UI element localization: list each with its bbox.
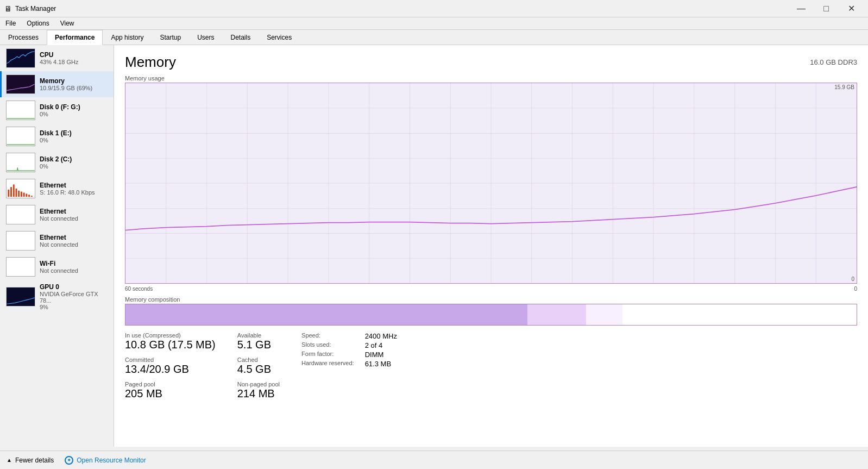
open-resource-monitor-link[interactable]: ✦ Open Resource Monitor: [65, 456, 146, 465]
ethernet0-info: Ethernet S: 16.0 R: 48.0 Kbps: [40, 182, 109, 196]
sidebar-item-gpu0[interactable]: GPU 0 NVIDIA GeForce GTX 78... 9%: [0, 280, 114, 314]
ethernet1-info: Ethernet Not connected: [40, 208, 109, 222]
wifi-label: Wi-Fi: [40, 260, 109, 267]
chevron-up-icon: ▲: [7, 457, 12, 463]
memory-label: Memory: [40, 77, 109, 85]
sidebar-item-cpu[interactable]: CPU 43% 4.18 GHz: [0, 45, 114, 71]
memory-thumbnail: [6, 74, 35, 94]
comp-used: [125, 304, 527, 325]
minimize-button[interactable]: —: [789, 0, 814, 17]
close-button[interactable]: ✕: [839, 0, 864, 17]
stat-cached-label: Cached: [237, 357, 280, 363]
speed-label: Speed:: [301, 332, 354, 340]
memory-usage-chart: 15.9 GB 0: [125, 83, 857, 284]
tab-startup[interactable]: Startup: [152, 30, 189, 45]
tab-details[interactable]: Details: [222, 30, 259, 45]
sidebar-item-ethernet1[interactable]: Ethernet Not connected: [0, 202, 114, 228]
main-container: CPU 43% 4.18 GHz Memory 10.9/15.9 GB (69…: [0, 45, 868, 447]
stat-available-label: Available: [237, 332, 280, 339]
hardware-reserved-value: 61.3 MB: [365, 360, 397, 368]
stat-cached-value: 4.5 GB: [237, 363, 280, 376]
disk1-detail: 0%: [40, 137, 109, 143]
title-bar: 🖥 Task Manager — □ ✕: [0, 0, 868, 17]
sidebar-item-disk2[interactable]: Disk 2 (C:) 0%: [0, 149, 114, 176]
form-factor-value: DIMM: [365, 351, 397, 359]
tab-users[interactable]: Users: [189, 30, 222, 45]
stat-cached: Cached 4.5 GB: [237, 357, 280, 376]
svg-rect-1: [7, 75, 35, 93]
svg-rect-14: [28, 195, 30, 197]
ethernet0-thumbnail: [6, 179, 35, 198]
sidebar-item-ethernet0[interactable]: Ethernet S: 16.0 R: 48.0 Kbps: [0, 176, 114, 202]
svg-rect-13: [26, 193, 27, 197]
cpu-detail: 43% 4.18 GHz: [40, 59, 109, 65]
svg-rect-2: [7, 101, 35, 120]
disk1-info: Disk 1 (E:) 0%: [40, 129, 109, 143]
stat-paged-pool-value: 205 MB: [125, 387, 216, 400]
comp-modified: [527, 304, 586, 325]
memory-header: Memory 16.0 GB DDR3: [125, 54, 857, 71]
stat-non-paged-pool-label: Non-paged pool: [237, 381, 280, 387]
stat-committed-label: Committed: [125, 357, 216, 363]
disk2-detail: 0%: [40, 163, 109, 170]
disk2-thumbnail: [6, 153, 35, 172]
svg-rect-4: [7, 153, 35, 172]
sidebar-item-disk0[interactable]: Disk 0 (F: G:) 0%: [0, 97, 114, 123]
gpu0-thumbnail: [6, 287, 35, 307]
bottom-bar: ▲ Fewer details ✦ Open Resource Monitor: [0, 451, 868, 469]
ethernet1-thumbnail: [6, 205, 35, 224]
menu-view[interactable]: View: [55, 18, 80, 28]
page-title: Memory: [125, 54, 176, 71]
stat-in-use-label: In use (Compressed): [125, 332, 216, 339]
app-icon: 🖥: [4, 4, 12, 13]
content-area: Memory 16.0 GB DDR3 Memory usage 15.9 GB…: [114, 45, 868, 447]
sidebar-item-memory[interactable]: Memory 10.9/15.9 GB (69%): [0, 71, 114, 97]
stats-left: In use (Compressed) 10.8 GB (17.5 MB) Av…: [125, 332, 280, 405]
slots-used-value: 2 of 4: [365, 341, 397, 349]
stat-in-use-value: 10.8 GB (17.5 MB): [125, 339, 216, 351]
ethernet2-label: Ethernet: [40, 234, 109, 241]
tab-processes[interactable]: Processes: [0, 30, 47, 45]
chart-x-right: 0: [854, 286, 857, 292]
svg-rect-15: [31, 196, 33, 197]
memory-type: 16.0 GB DDR3: [810, 58, 857, 66]
chart-label: Memory usage: [125, 75, 857, 82]
disk0-detail: 0%: [40, 111, 109, 117]
stat-committed-value: 13.4/20.9 GB: [125, 363, 216, 376]
cpu-thumbnail: [6, 48, 35, 68]
svg-rect-9: [16, 189, 17, 197]
disk0-thumbnail: [6, 101, 35, 120]
tab-performance[interactable]: Performance: [47, 30, 103, 45]
disk0-info: Disk 0 (F: G:) 0%: [40, 103, 109, 117]
ethernet2-info: Ethernet Not connected: [40, 234, 109, 248]
memory-detail: 10.9/15.9 GB (69%): [40, 85, 109, 91]
cpu-label: CPU: [40, 51, 109, 59]
svg-rect-17: [7, 232, 35, 250]
gpu0-info: GPU 0 NVIDIA GeForce GTX 78... 9%: [40, 283, 109, 310]
speed-value: 2400 MHz: [365, 332, 397, 340]
svg-rect-6: [8, 190, 9, 197]
sidebar-item-ethernet2[interactable]: Ethernet Not connected: [0, 228, 114, 254]
stats-section: In use (Compressed) 10.8 GB (17.5 MB) Av…: [125, 332, 857, 405]
ethernet0-detail: S: 16.0 R: 48.0 Kbps: [40, 189, 109, 196]
stat-available-value: 5.1 GB: [237, 339, 280, 351]
wifi-info: Wi-Fi Not connected: [40, 260, 109, 274]
ethernet0-label: Ethernet: [40, 182, 109, 189]
menu-options[interactable]: Options: [21, 18, 54, 28]
sidebar: CPU 43% 4.18 GHz Memory 10.9/15.9 GB (69…: [0, 45, 114, 447]
tab-app-history[interactable]: App history: [103, 30, 152, 45]
sidebar-item-disk1[interactable]: Disk 1 (E:) 0%: [0, 123, 114, 149]
ethernet2-detail: Not connected: [40, 241, 109, 248]
stat-in-use: In use (Compressed) 10.8 GB (17.5 MB): [125, 332, 216, 351]
menu-file[interactable]: File: [0, 18, 21, 28]
cpu-info: CPU 43% 4.18 GHz: [40, 51, 109, 65]
comp-standby: [586, 304, 622, 325]
ethernet1-detail: Not connected: [40, 215, 109, 222]
wifi-thumbnail: [6, 257, 35, 277]
maximize-button[interactable]: □: [814, 0, 839, 17]
fewer-details-button[interactable]: ▲ Fewer details: [7, 457, 54, 464]
tab-services[interactable]: Services: [259, 30, 300, 45]
sidebar-item-wifi[interactable]: Wi-Fi Not connected: [0, 254, 114, 280]
menu-bar: File Options View: [0, 17, 868, 30]
disk2-label: Disk 2 (C:): [40, 155, 109, 163]
